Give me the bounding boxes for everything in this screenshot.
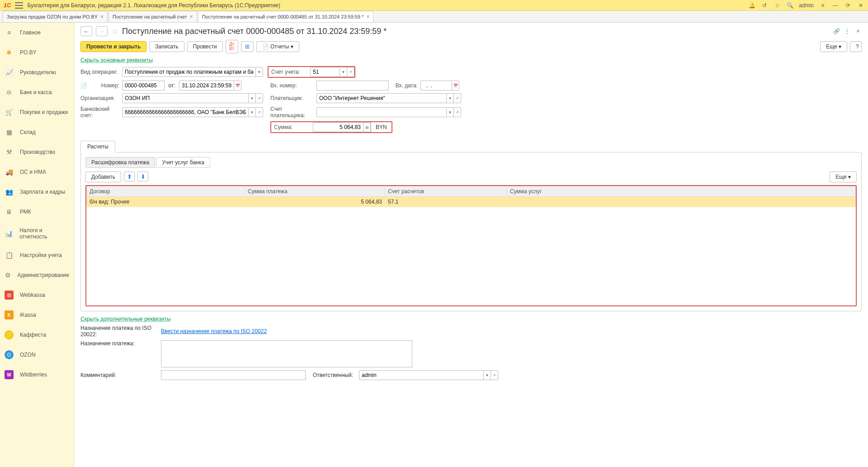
sidebar-item-admin[interactable]: ⚙Администрирование: [0, 265, 74, 285]
payer-input[interactable]: [316, 93, 447, 103]
move-up-button[interactable]: ⬆: [124, 172, 135, 181]
post-button[interactable]: Провести: [187, 41, 223, 52]
more-button[interactable]: Еще ▾: [820, 41, 847, 52]
star-icon[interactable]: ☆: [774, 2, 781, 9]
maximize-icon[interactable]: ⟳: [844, 2, 852, 9]
hide-extra-link[interactable]: Скрыть дополнительные реквизиты: [80, 316, 170, 322]
search-icon[interactable]: 🔍: [786, 2, 793, 9]
post-close-button[interactable]: Провести и закрыть: [80, 41, 146, 52]
table-more-button[interactable]: Еще ▾: [830, 172, 857, 182]
calendar-icon[interactable]: 📅: [452, 81, 459, 91]
sum-input[interactable]: [313, 122, 363, 132]
open-icon[interactable]: ↗: [454, 107, 461, 117]
close-icon[interactable]: ×: [100, 14, 104, 20]
add-row-button[interactable]: Добавить: [85, 172, 121, 182]
in-date-input[interactable]: [420, 81, 452, 91]
cell-amount[interactable]: 5 064,83: [245, 197, 385, 207]
sidebar-item-kaffesta[interactable]: Каффеста: [0, 325, 74, 345]
open-icon[interactable]: ↗: [256, 107, 263, 117]
sidebar-item-salary[interactable]: 👥Зарплата и кадры: [0, 182, 74, 202]
sidebar-item-poby[interactable]: ✱PO.BY: [0, 43, 74, 62]
sidebar-item-production[interactable]: ⚒Производство: [0, 142, 74, 162]
payer-acc-input[interactable]: [316, 107, 447, 117]
cell-service[interactable]: [507, 197, 856, 207]
col-contract[interactable]: Договор: [87, 186, 245, 197]
col-service[interactable]: Сумма услуг: [507, 186, 856, 197]
sidebar-item-webkassa[interactable]: ⊡Webkassa: [0, 285, 74, 305]
sidebar-item-settings[interactable]: 📋Настройки учета: [0, 245, 74, 265]
sidebar-item-wildberries[interactable]: WWildberries: [0, 365, 74, 385]
doc-tab-2[interactable]: Поступление на расчетный счет 0000-00048…: [198, 11, 374, 22]
close-icon[interactable]: ×: [366, 14, 369, 20]
op-type-input[interactable]: [122, 67, 256, 77]
sub-tab-bank-services[interactable]: Учет услуг банка: [156, 157, 210, 168]
dropdown-icon[interactable]: ▼: [256, 67, 263, 77]
doc-tab-1[interactable]: Поступление на расчетный счет×: [108, 11, 197, 22]
forward-button[interactable]: →: [96, 26, 108, 36]
table-row[interactable]: б/н вид: Прочее 5 064,83 57.1: [87, 197, 856, 207]
open-icon[interactable]: ↗: [454, 93, 461, 103]
settings-icon[interactable]: ≡: [819, 2, 826, 9]
number-input[interactable]: [122, 81, 165, 91]
menu-icon[interactable]: [15, 2, 23, 9]
cell-account[interactable]: 57.1: [385, 197, 507, 207]
dropdown-icon[interactable]: ▼: [447, 107, 454, 117]
account-input[interactable]: [310, 67, 340, 77]
sidebar-item-bank[interactable]: ⊝Банк и касса: [0, 82, 74, 102]
dropdown-icon[interactable]: ▼: [340, 67, 347, 77]
help-button[interactable]: ?: [850, 41, 862, 52]
sidebar-item-rmk[interactable]: 🖥РМК: [0, 202, 74, 222]
col-amount[interactable]: Сумма платежа: [245, 186, 385, 197]
doc-tab-0[interactable]: Загрузка продаж OZON по дням PO.BY×: [3, 11, 108, 22]
comment-input[interactable]: [161, 370, 306, 380]
sidebar-item-main[interactable]: ≡Главное: [0, 23, 74, 43]
date-input[interactable]: [179, 81, 234, 91]
sidebar-item-manager[interactable]: 📈Руководителю: [0, 62, 74, 82]
tab-calculations[interactable]: Расчеты: [80, 141, 115, 152]
bank-acc-input[interactable]: [122, 107, 249, 117]
calculator-icon[interactable]: ▤: [363, 122, 371, 132]
cell-contract[interactable]: б/н вид: Прочее: [87, 197, 245, 207]
sub-tab-breakdown[interactable]: Расшифровка платежа: [85, 157, 155, 168]
close-icon[interactable]: ×: [854, 28, 862, 35]
move-down-button[interactable]: ⬇: [137, 172, 148, 181]
back-button[interactable]: ←: [80, 26, 92, 36]
open-icon[interactable]: ↗: [491, 370, 498, 380]
iso-link[interactable]: Ввести назначение платежа по ISO 20022: [161, 328, 267, 334]
sidebar-item-sales[interactable]: 🛒Покупки и продажи: [0, 102, 74, 122]
open-icon[interactable]: ↗: [256, 93, 263, 103]
favorite-icon[interactable]: ☆: [111, 26, 118, 36]
more-icon[interactable]: ⋮: [844, 28, 851, 35]
minimize-icon[interactable]: —: [832, 2, 839, 9]
sidebar-item-ozon[interactable]: OOZON: [0, 345, 74, 365]
sidebar-item-ikassa[interactable]: KiKassa: [0, 305, 74, 325]
dropdown-icon[interactable]: ▼: [484, 370, 491, 380]
structure-button[interactable]: ⊞: [241, 41, 254, 52]
org-input[interactable]: [122, 93, 249, 103]
dropdown-icon[interactable]: ▼: [447, 93, 454, 103]
close-icon[interactable]: ✕: [857, 2, 864, 9]
hide-main-link[interactable]: Скрыть основные реквизиты: [80, 57, 153, 63]
dropdown-icon[interactable]: ▼: [249, 107, 256, 117]
open-icon[interactable]: ↗: [347, 67, 354, 77]
sidebar-label: Банк и касса: [20, 89, 52, 95]
close-icon[interactable]: ×: [190, 14, 193, 20]
sidebar-item-tax[interactable]: 📊Налоги и отчетность: [0, 222, 74, 245]
bell-icon[interactable]: 🔔: [748, 2, 755, 9]
user-label[interactable]: admin: [799, 2, 814, 9]
dropdown-icon[interactable]: ▼: [249, 93, 256, 103]
sidebar-item-assets[interactable]: 🚚ОС и НМА: [0, 162, 74, 182]
purpose-textarea[interactable]: [161, 340, 412, 367]
in-number-label: Вх. номер:: [270, 82, 314, 89]
in-number-input[interactable]: [316, 81, 389, 91]
sidebar-item-warehouse[interactable]: ▦Склад: [0, 122, 74, 142]
history-icon[interactable]: ↺: [761, 2, 768, 9]
link-icon[interactable]: 🔗: [833, 28, 840, 35]
dt-kt-button[interactable]: ДтКт: [226, 40, 238, 53]
calendar-icon[interactable]: 📅: [234, 81, 241, 91]
save-button[interactable]: Записать: [149, 41, 184, 52]
col-account[interactable]: Счет расчетов: [385, 186, 507, 197]
reports-button[interactable]: 📄 Отчеты ▾: [256, 41, 299, 52]
doc-tab-label: Поступление на расчетный счет 0000-00048…: [202, 14, 364, 19]
responsible-input[interactable]: [359, 370, 484, 380]
